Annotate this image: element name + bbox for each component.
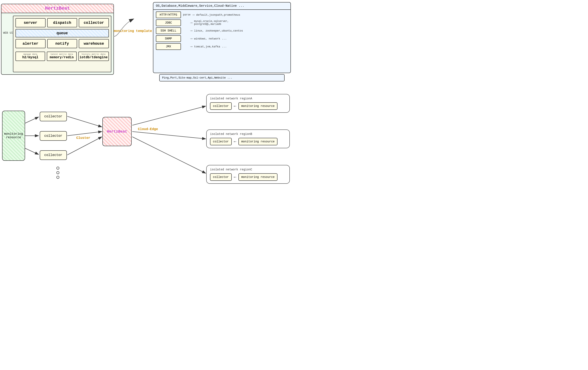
memory-redis-box: latest metric data memory/redis <box>47 51 76 61</box>
monitoring-resource-box: monitoring resource <box>2 111 25 161</box>
monitoring-template-label: monitoring template <box>114 29 152 33</box>
left-arrow-icon: ← <box>234 139 236 144</box>
hertzbeat-title: HertzBeat <box>1 4 114 13</box>
ssh-row: SSH SHELL → linux, zookeeper,ubuntu,cent… <box>156 27 288 34</box>
collector-3-box: collector <box>40 150 67 160</box>
dot-3 <box>56 176 59 179</box>
region-a-title: isolated network regionA <box>210 97 286 100</box>
jdbc-box: JDBC <box>156 20 181 26</box>
arrow-icon: → <box>190 44 192 49</box>
monitoring-resource-label: monitoring resource <box>4 132 23 139</box>
http-targets: default,jsonpath,prometheus <box>196 13 288 17</box>
region-c-monitor: monitoring resource <box>238 173 278 181</box>
notify-box: notify <box>47 39 77 48</box>
cloud-edge-label: Cloud↔Edge <box>138 127 158 131</box>
svg-line-5 <box>67 116 102 127</box>
region-c-title: isolated network regionC <box>210 168 286 171</box>
svg-line-8 <box>132 106 206 125</box>
snmp-row: SNMP → windows, network ... <box>156 35 288 42</box>
jmx-targets: tomcat,jvm,kafka ... <box>194 45 288 48</box>
template-outer-box: OS,Database,Middleware,Service,Cloud-Nat… <box>153 2 291 73</box>
history-label: history metric data <box>80 53 108 56</box>
snmp-targets: windows, network ... <box>194 37 288 40</box>
h2-mysql-name: h2/mysql <box>17 56 44 59</box>
svg-line-6 <box>67 132 102 136</box>
arrow-icon: → <box>190 37 192 41</box>
svg-line-4 <box>25 148 39 154</box>
region-a-box: isolated network regionA collector ← mon… <box>206 94 290 113</box>
arrow-icon: → <box>190 29 192 33</box>
dot-2 <box>56 171 59 174</box>
region-a-monitor: monitoring resource <box>238 102 278 110</box>
svg-line-9 <box>132 132 206 139</box>
region-c-collector: collector <box>210 173 232 181</box>
top-components-row: server dispatch collector <box>13 16 111 29</box>
region-a-inner: collector ← monitoring resource <box>210 102 286 110</box>
os-header: OS,Database,Middleware,Service,Cloud-Nat… <box>153 2 290 10</box>
iotdb-name: iotdb/tdengine <box>80 56 108 59</box>
inner-components-box: server dispatch collector queue alerter … <box>13 16 111 72</box>
jdbc-row: JDBC → mysql,oracle,sqlserver,postgreSQL… <box>156 20 288 26</box>
memory-redis-name: memory/redis <box>48 56 75 59</box>
warehouse-box: warehouse <box>79 39 109 48</box>
hertzbeat-center-box: HertzBeat <box>102 117 132 146</box>
template-area: OS,Database,Middleware,Service,Cloud-Nat… <box>153 2 291 82</box>
region-b-inner: collector ← monitoring resource <box>210 138 286 145</box>
region-c-box: isolated network regionC collector ← mon… <box>206 165 290 184</box>
region-b-collector: collector <box>210 138 232 145</box>
queue-bar: queue <box>15 29 109 37</box>
left-arrow-icon: ← <box>234 175 236 180</box>
http-box: HTTP/HTTPS <box>156 11 181 18</box>
svg-line-2 <box>25 117 39 123</box>
http-row: HTTP/HTTPS parse → default,jsonpath,prom… <box>156 11 288 18</box>
parse-label: parse <box>183 13 190 16</box>
bottom-components-row: alerter notify warehouse <box>13 37 111 50</box>
snmp-box: SNMP <box>156 35 181 42</box>
dispatch-box: dispatch <box>47 18 77 27</box>
dot-1 <box>56 167 59 170</box>
ping-port-label: Ping,Port,Site-map,Ssl-cert,Api,Website … <box>159 74 284 82</box>
web-ui-label: WEB UI <box>3 31 13 34</box>
region-c-inner: collector ← monitoring resource <box>210 173 286 181</box>
arrow-icon: → <box>192 13 195 17</box>
collector-1-box: collector <box>40 112 67 121</box>
region-b-title: isolated network regionB <box>210 132 286 136</box>
arrow-icon: → <box>190 21 192 25</box>
alerter-box: alerter <box>15 39 46 48</box>
jmx-row: JMX → tomcat,jvm,kafka ... <box>156 43 288 50</box>
protocol-rows: HTTP/HTTPS parse → default,jsonpath,prom… <box>153 10 290 51</box>
h2-mysql-box: manage data h2/mysql <box>15 51 45 61</box>
latest-label: latest metric data <box>48 53 75 56</box>
collector-2-box: collector <box>40 131 67 141</box>
jdbc-targets: mysql,oracle,sqlserver,postgreSQL,mariad… <box>194 20 288 26</box>
region-b-monitor: monitoring resource <box>238 138 278 145</box>
storage-row: manage data h2/mysql latest metric data … <box>13 50 111 63</box>
ssh-targets: linux, zookeeper,ubuntu,centos <box>194 29 288 32</box>
cluster-label: Cluster <box>76 136 90 140</box>
server-box: server <box>15 18 46 27</box>
ssh-box: SSH SHELL <box>156 27 181 34</box>
collector-box: collector <box>79 18 109 27</box>
svg-line-10 <box>132 137 206 173</box>
jmx-box: JMX <box>156 43 181 50</box>
region-b-box: isolated network regionB collector ← mon… <box>206 129 290 148</box>
more-dots <box>56 167 59 179</box>
hertzbeat-architecture-box: HertzBeat WEB UI server dispatch collect… <box>1 4 114 75</box>
manage-data-label: manage data <box>17 53 44 56</box>
region-a-collector: collector <box>210 102 232 110</box>
iotdb-box: history metric data iotdb/tdengine <box>78 51 109 61</box>
left-arrow-icon: ← <box>234 104 236 109</box>
